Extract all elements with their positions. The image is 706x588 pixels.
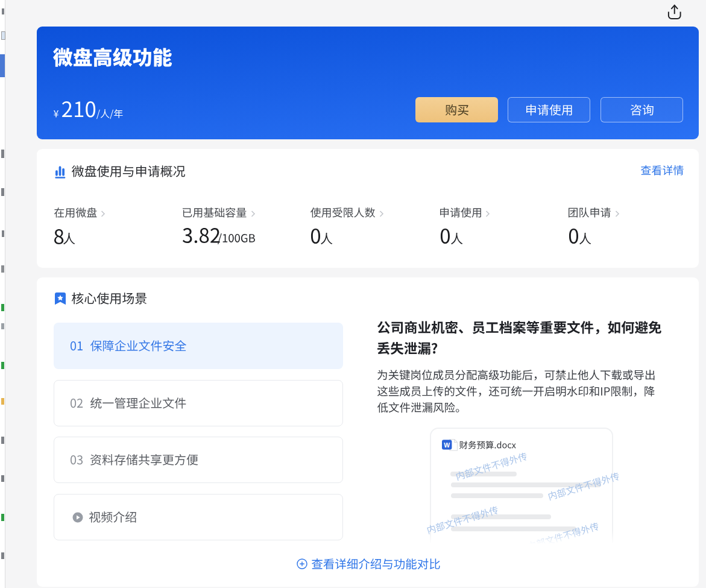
svg-text:W: W <box>444 441 450 448</box>
